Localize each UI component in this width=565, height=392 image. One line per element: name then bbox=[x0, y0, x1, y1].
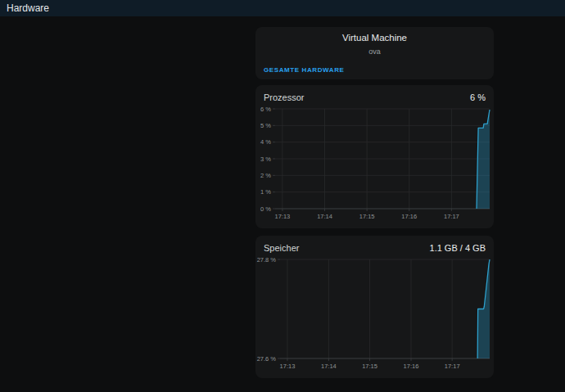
svg-text:3 %: 3 % bbox=[260, 155, 271, 163]
svg-text:17:16: 17:16 bbox=[401, 213, 417, 220]
info-card: Virtual Machine ova GESAMTE HARDWARE bbox=[255, 27, 494, 79]
processor-card-title: Prozessor bbox=[264, 92, 305, 102]
info-card-title: Virtual Machine bbox=[255, 27, 494, 43]
memory-current-value: 1.1 GB / 4 GB bbox=[430, 243, 486, 253]
svg-text:27.8 %: 27.8 % bbox=[257, 256, 277, 264]
processor-card: Prozessor 6 % 6 %5 %4 %3 %2 %1 %0 %17:13… bbox=[255, 85, 494, 228]
svg-text:2 %: 2 % bbox=[260, 172, 271, 179]
svg-text:1 %: 1 % bbox=[260, 188, 271, 196]
processor-usage-chart: 6 %5 %4 %3 %2 %1 %0 %17:1317:1417:1517:1… bbox=[255, 105, 494, 226]
svg-text:4 %: 4 % bbox=[260, 138, 271, 146]
svg-text:17:13: 17:13 bbox=[275, 213, 291, 220]
svg-text:5 %: 5 % bbox=[260, 122, 271, 129]
processor-card-header: Prozessor 6 % bbox=[255, 85, 494, 102]
memory-card-header: Speicher 1.1 GB / 4 GB bbox=[255, 236, 494, 253]
processor-current-value: 6 % bbox=[470, 92, 486, 102]
svg-text:17:16: 17:16 bbox=[404, 363, 419, 370]
page-title: Hardware bbox=[7, 2, 49, 14]
svg-text:17:14: 17:14 bbox=[321, 363, 337, 370]
svg-text:17:17: 17:17 bbox=[444, 213, 459, 220]
svg-text:17:15: 17:15 bbox=[359, 213, 375, 220]
svg-text:0 %: 0 % bbox=[260, 205, 271, 213]
memory-card: Speicher 1.1 GB / 4 GB 27.8 %27.6 %17:13… bbox=[255, 236, 494, 378]
svg-text:17:15: 17:15 bbox=[362, 363, 377, 370]
app-header: Hardware bbox=[0, 0, 565, 16]
svg-text:17:17: 17:17 bbox=[445, 363, 460, 370]
svg-text:27.6 %: 27.6 % bbox=[257, 355, 277, 363]
memory-card-title: Speicher bbox=[264, 243, 299, 253]
content-column: Virtual Machine ova GESAMTE HARDWARE Pro… bbox=[255, 27, 494, 378]
svg-text:17:14: 17:14 bbox=[317, 213, 332, 220]
info-card-subtitle: ova bbox=[255, 47, 494, 56]
memory-usage-chart: 27.8 %27.6 %17:1317:1417:1517:1617:17 bbox=[255, 255, 494, 376]
show-all-hardware-button[interactable]: GESAMTE HARDWARE bbox=[264, 66, 345, 74]
svg-text:17:13: 17:13 bbox=[280, 363, 296, 370]
svg-text:6 %: 6 % bbox=[260, 106, 271, 113]
